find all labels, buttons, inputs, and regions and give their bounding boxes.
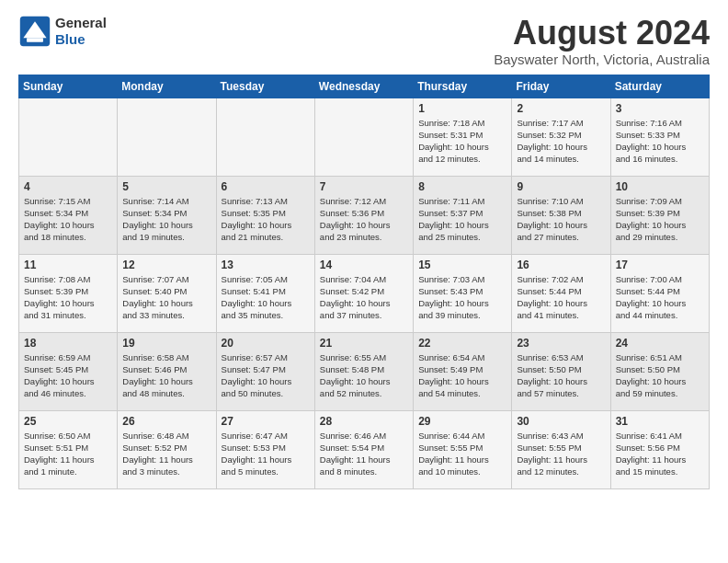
- logo-text: General Blue: [55, 15, 107, 48]
- calendar-cell: 11Sunrise: 7:08 AM Sunset: 5:39 PM Dayli…: [19, 254, 118, 332]
- day-info: Sunrise: 6:47 AM Sunset: 5:53 PM Dayligh…: [222, 430, 310, 478]
- calendar-cell: 6Sunrise: 7:13 AM Sunset: 5:35 PM Daylig…: [216, 176, 314, 254]
- calendar-cell: 31Sunrise: 6:41 AM Sunset: 5:56 PM Dayli…: [610, 410, 709, 488]
- day-number: 11: [24, 259, 112, 271]
- day-info: Sunrise: 7:03 AM Sunset: 5:43 PM Dayligh…: [418, 273, 506, 322]
- day-number: 14: [320, 259, 408, 271]
- day-number: 13: [222, 259, 310, 271]
- day-number: 17: [616, 259, 704, 271]
- day-info: Sunrise: 7:07 AM Sunset: 5:40 PM Dayligh…: [122, 273, 210, 322]
- day-number: 12: [122, 259, 210, 271]
- calendar-cell: 24Sunrise: 6:51 AM Sunset: 5:50 PM Dayli…: [610, 332, 709, 410]
- day-info: Sunrise: 7:11 AM Sunset: 5:37 PM Dayligh…: [418, 195, 506, 244]
- day-number: 16: [517, 259, 605, 271]
- day-info: Sunrise: 6:54 AM Sunset: 5:49 PM Dayligh…: [418, 351, 506, 400]
- day-number: 5: [122, 180, 210, 193]
- day-info: Sunrise: 6:53 AM Sunset: 5:50 PM Dayligh…: [517, 351, 605, 400]
- day-info: Sunrise: 7:18 AM Sunset: 5:31 PM Dayligh…: [418, 117, 506, 166]
- day-info: Sunrise: 7:12 AM Sunset: 5:36 PM Dayligh…: [320, 195, 408, 244]
- calendar-cell: 18Sunrise: 6:59 AM Sunset: 5:45 PM Dayli…: [19, 332, 118, 410]
- calendar-cell: 2Sunrise: 7:17 AM Sunset: 5:32 PM Daylig…: [512, 98, 610, 176]
- month-title: August 2024: [494, 15, 710, 52]
- calendar-cell: 4Sunrise: 7:15 AM Sunset: 5:34 PM Daylig…: [19, 176, 118, 254]
- day-number: 1: [418, 102, 506, 115]
- calendar-cell: 12Sunrise: 7:07 AM Sunset: 5:40 PM Dayli…: [118, 254, 216, 332]
- day-info: Sunrise: 6:57 AM Sunset: 5:47 PM Dayligh…: [222, 351, 310, 400]
- day-info: Sunrise: 7:13 AM Sunset: 5:35 PM Dayligh…: [222, 195, 310, 244]
- weekday-header-monday: Monday: [118, 75, 216, 98]
- day-number: 23: [517, 337, 605, 350]
- day-number: 22: [418, 337, 506, 350]
- header: General Blue August 2024 Bayswater North…: [18, 15, 710, 67]
- calendar-cell: 26Sunrise: 6:48 AM Sunset: 5:52 PM Dayli…: [118, 410, 216, 488]
- day-number: 9: [517, 180, 605, 193]
- day-info: Sunrise: 7:02 AM Sunset: 5:44 PM Dayligh…: [517, 273, 605, 322]
- calendar-week-1: 1Sunrise: 7:18 AM Sunset: 5:31 PM Daylig…: [19, 98, 710, 176]
- calendar-week-5: 25Sunrise: 6:50 AM Sunset: 5:51 PM Dayli…: [19, 410, 710, 488]
- day-number: 19: [122, 337, 210, 350]
- location-title: Bayswater North, Victoria, Australia: [494, 52, 710, 67]
- calendar-cell: 17Sunrise: 7:00 AM Sunset: 5:44 PM Dayli…: [610, 254, 709, 332]
- day-number: 15: [418, 259, 506, 271]
- day-info: Sunrise: 7:10 AM Sunset: 5:38 PM Dayligh…: [517, 195, 605, 244]
- day-info: Sunrise: 6:48 AM Sunset: 5:52 PM Dayligh…: [122, 430, 210, 478]
- calendar-cell: 27Sunrise: 6:47 AM Sunset: 5:53 PM Dayli…: [216, 410, 314, 488]
- logo: General Blue: [18, 15, 107, 48]
- calendar-cell: 30Sunrise: 6:43 AM Sunset: 5:55 PM Dayli…: [512, 410, 610, 488]
- svg-rect-2: [27, 38, 43, 42]
- calendar-week-3: 11Sunrise: 7:08 AM Sunset: 5:39 PM Dayli…: [19, 254, 710, 332]
- day-info: Sunrise: 6:44 AM Sunset: 5:55 PM Dayligh…: [418, 430, 506, 478]
- calendar-cell: 25Sunrise: 6:50 AM Sunset: 5:51 PM Dayli…: [19, 410, 118, 488]
- calendar-cell: 19Sunrise: 6:58 AM Sunset: 5:46 PM Dayli…: [118, 332, 216, 410]
- day-number: 18: [24, 337, 112, 350]
- day-number: 10: [616, 180, 704, 193]
- day-info: Sunrise: 6:50 AM Sunset: 5:51 PM Dayligh…: [24, 430, 112, 478]
- day-info: Sunrise: 6:43 AM Sunset: 5:55 PM Dayligh…: [517, 430, 605, 478]
- day-info: Sunrise: 6:51 AM Sunset: 5:50 PM Dayligh…: [616, 351, 704, 400]
- calendar-cell: 16Sunrise: 7:02 AM Sunset: 5:44 PM Dayli…: [512, 254, 610, 332]
- calendar-cell: 10Sunrise: 7:09 AM Sunset: 5:39 PM Dayli…: [610, 176, 709, 254]
- day-info: Sunrise: 6:41 AM Sunset: 5:56 PM Dayligh…: [616, 430, 704, 478]
- calendar-cell: 23Sunrise: 6:53 AM Sunset: 5:50 PM Dayli…: [512, 332, 610, 410]
- weekday-header-row: SundayMondayTuesdayWednesdayThursdayFrid…: [19, 75, 710, 98]
- day-number: 21: [320, 337, 408, 350]
- calendar-cell: [314, 98, 413, 176]
- calendar-cell: 22Sunrise: 6:54 AM Sunset: 5:49 PM Dayli…: [414, 332, 512, 410]
- calendar-cell: 14Sunrise: 7:04 AM Sunset: 5:42 PM Dayli…: [314, 254, 413, 332]
- calendar-cell: 9Sunrise: 7:10 AM Sunset: 5:38 PM Daylig…: [512, 176, 610, 254]
- calendar-week-4: 18Sunrise: 6:59 AM Sunset: 5:45 PM Dayli…: [19, 332, 710, 410]
- calendar-cell: 29Sunrise: 6:44 AM Sunset: 5:55 PM Dayli…: [414, 410, 512, 488]
- day-info: Sunrise: 6:46 AM Sunset: 5:54 PM Dayligh…: [320, 430, 408, 478]
- day-info: Sunrise: 7:00 AM Sunset: 5:44 PM Dayligh…: [616, 273, 704, 322]
- weekday-header-friday: Friday: [512, 75, 610, 98]
- day-info: Sunrise: 7:09 AM Sunset: 5:39 PM Dayligh…: [616, 195, 704, 244]
- day-number: 31: [616, 415, 704, 428]
- day-number: 28: [320, 415, 408, 428]
- day-info: Sunrise: 7:14 AM Sunset: 5:34 PM Dayligh…: [122, 195, 210, 244]
- day-info: Sunrise: 6:55 AM Sunset: 5:48 PM Dayligh…: [320, 351, 408, 400]
- day-number: 25: [24, 415, 112, 428]
- calendar-cell: 21Sunrise: 6:55 AM Sunset: 5:48 PM Dayli…: [314, 332, 413, 410]
- calendar-cell: [216, 98, 314, 176]
- weekday-header-tuesday: Tuesday: [216, 75, 314, 98]
- weekday-header-saturday: Saturday: [610, 75, 709, 98]
- day-info: Sunrise: 6:59 AM Sunset: 5:45 PM Dayligh…: [24, 351, 112, 400]
- day-info: Sunrise: 7:15 AM Sunset: 5:34 PM Dayligh…: [24, 195, 112, 244]
- title-area: August 2024 Bayswater North, Victoria, A…: [494, 15, 710, 67]
- day-number: 29: [418, 415, 506, 428]
- calendar-week-2: 4Sunrise: 7:15 AM Sunset: 5:34 PM Daylig…: [19, 176, 710, 254]
- day-number: 24: [616, 337, 704, 350]
- day-number: 20: [222, 337, 310, 350]
- weekday-header-thursday: Thursday: [414, 75, 512, 98]
- day-number: 6: [222, 180, 310, 193]
- calendar-cell: 20Sunrise: 6:57 AM Sunset: 5:47 PM Dayli…: [216, 332, 314, 410]
- calendar-cell: 15Sunrise: 7:03 AM Sunset: 5:43 PM Dayli…: [414, 254, 512, 332]
- day-info: Sunrise: 6:58 AM Sunset: 5:46 PM Dayligh…: [122, 351, 210, 400]
- day-info: Sunrise: 7:08 AM Sunset: 5:39 PM Dayligh…: [24, 273, 112, 322]
- calendar-cell: 5Sunrise: 7:14 AM Sunset: 5:34 PM Daylig…: [118, 176, 216, 254]
- calendar-cell: 7Sunrise: 7:12 AM Sunset: 5:36 PM Daylig…: [314, 176, 413, 254]
- day-info: Sunrise: 7:05 AM Sunset: 5:41 PM Dayligh…: [222, 273, 310, 322]
- day-number: 30: [517, 415, 605, 428]
- logo-icon: [18, 15, 51, 48]
- day-number: 3: [616, 102, 704, 115]
